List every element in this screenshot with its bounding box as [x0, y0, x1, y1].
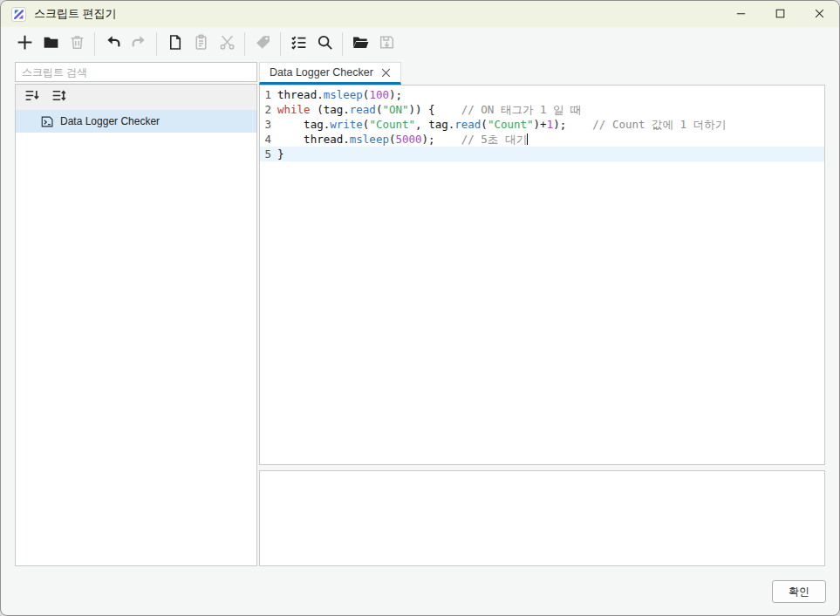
- code-text: tag.write("Count", tag.read("Count")+1);…: [277, 117, 726, 132]
- code-text: thread.msleep(100);: [277, 87, 402, 102]
- toolbar-separator: [156, 32, 157, 56]
- clipboard-icon: [192, 33, 210, 55]
- export-script-button: [373, 31, 400, 57]
- find-button[interactable]: [311, 31, 338, 57]
- checklist-icon: [290, 33, 308, 55]
- open-folder-icon: [352, 33, 370, 55]
- redo-icon: [130, 33, 148, 55]
- script-list-panel: Data Logger Checker: [15, 84, 257, 566]
- close-button[interactable]: [800, 1, 839, 27]
- scissors-icon: [218, 33, 236, 55]
- script-list: Data Logger Checker: [16, 110, 256, 133]
- add-script-button[interactable]: [11, 31, 38, 57]
- script-list-toolbar: [16, 85, 256, 110]
- code-line[interactable]: 1thread.msleep(100);: [260, 87, 824, 102]
- minimize-button[interactable]: [721, 1, 761, 27]
- titlebar: 스크립트 편집기: [1, 1, 839, 27]
- tag-icon: [254, 33, 272, 55]
- code-text: while (tag.read("ON")) { // ON 태그가 1 일 때: [277, 102, 582, 117]
- minimize-icon: [736, 6, 746, 22]
- code-line[interactable]: 2while (tag.read("ON")) { // ON 태그가 1 일 …: [260, 102, 824, 117]
- copy-document-icon: [166, 33, 184, 55]
- undo-icon: [104, 33, 122, 55]
- toolbar-separator: [244, 32, 245, 56]
- folder-icon: [42, 33, 60, 55]
- cut-button: [214, 31, 240, 57]
- new-folder-button[interactable]: [38, 31, 64, 57]
- code-line[interactable]: 4 thread.msleep(5000); // 5초 대기: [260, 132, 824, 147]
- ok-button[interactable]: 확인: [772, 580, 826, 603]
- text-caret: [527, 133, 528, 145]
- line-number: 5: [260, 147, 271, 161]
- redo-button: [126, 31, 152, 57]
- tag-button: [249, 31, 276, 57]
- tab-close-icon[interactable]: [381, 68, 391, 78]
- line-number: 2: [260, 102, 271, 117]
- collapse-all-icon: [24, 87, 40, 107]
- maximize-button[interactable]: [761, 1, 800, 27]
- toolbar-separator: [94, 32, 95, 56]
- script-file-icon: [40, 115, 55, 128]
- toolbar-separator: [280, 32, 281, 56]
- expand-all-icon: [51, 87, 67, 107]
- window-title: 스크립트 편집기: [34, 6, 117, 22]
- script-editor-window: 스크립트 편집기 Data Logger Checker Data Logger…: [0, 0, 840, 616]
- plus-icon: [16, 33, 34, 55]
- close-icon: [815, 6, 824, 22]
- code-editor[interactable]: 1thread.msleep(100);2while (tag.read("ON…: [259, 85, 825, 465]
- app-icon: [11, 7, 26, 22]
- editor-tab-bar: Data Logger Checker: [259, 62, 401, 85]
- window-controls: [721, 1, 839, 27]
- paste-button: [188, 31, 214, 57]
- search-icon: [316, 33, 334, 55]
- delete-button: [64, 31, 90, 57]
- line-number: 3: [260, 117, 271, 132]
- import-script-button[interactable]: [347, 31, 373, 57]
- undo-button[interactable]: [99, 31, 126, 57]
- code-text: thread.msleep(5000); // 5초 대기: [277, 132, 528, 147]
- toolbar: [1, 27, 839, 60]
- code-line[interactable]: 5}: [260, 147, 824, 161]
- search-input[interactable]: [15, 62, 257, 82]
- code-text: }: [277, 147, 284, 161]
- copy-button[interactable]: [161, 31, 188, 57]
- checklist-button[interactable]: [285, 31, 311, 57]
- output-panel: [259, 470, 825, 566]
- line-number: 4: [260, 132, 271, 147]
- line-number: 1: [260, 87, 271, 102]
- maximize-icon: [775, 6, 785, 22]
- editor-tab[interactable]: Data Logger Checker: [259, 62, 401, 85]
- collapse-all-button[interactable]: [22, 88, 41, 107]
- expand-all-button[interactable]: [49, 88, 68, 107]
- toolbar-separator: [342, 32, 343, 56]
- code-line[interactable]: 3 tag.write("Count", tag.read("Count")+1…: [260, 117, 824, 132]
- trash-icon: [68, 33, 86, 55]
- script-list-item[interactable]: Data Logger Checker: [16, 110, 256, 133]
- script-list-item-label: Data Logger Checker: [60, 115, 160, 127]
- save-icon: [378, 33, 396, 55]
- editor-tab-label: Data Logger Checker: [270, 66, 373, 79]
